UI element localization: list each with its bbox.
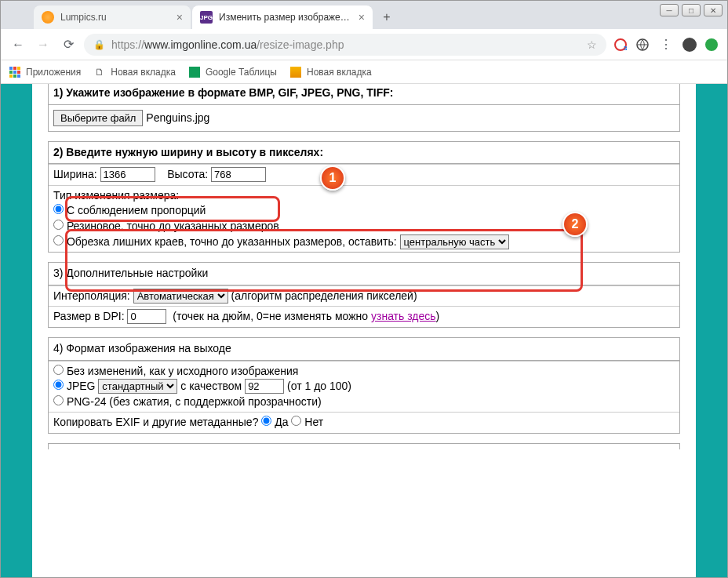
interpolation-label: Интерполяция: bbox=[53, 289, 130, 302]
resize-stretch-radio[interactable] bbox=[53, 220, 64, 230]
radio-label: Нет bbox=[304, 416, 323, 428]
dpi-note-close: ) bbox=[436, 310, 440, 322]
page-icon bbox=[289, 66, 302, 78]
step1-title: 1) Укажите изображение в формате BMP, GI… bbox=[49, 84, 679, 105]
radio-label: Обрезка лишних краев, точно до указанных… bbox=[67, 235, 397, 248]
exif-yes-radio[interactable] bbox=[261, 416, 271, 426]
close-tab-icon[interactable]: × bbox=[177, 11, 183, 24]
back-button[interactable]: ← bbox=[9, 35, 27, 54]
svg-rect-3 bbox=[9, 67, 13, 70]
close-window-button[interactable]: ✕ bbox=[704, 4, 723, 16]
quality-label: с качеством bbox=[177, 380, 245, 392]
format-nochange-radio[interactable] bbox=[53, 365, 64, 375]
svg-rect-4 bbox=[13, 67, 16, 70]
bookmark-label: Приложения bbox=[26, 67, 81, 78]
lumpics-favicon bbox=[42, 11, 54, 24]
height-label: Высота: bbox=[167, 168, 208, 180]
radio-label: PNG-24 (без сжатия, с поддержкой прозрач… bbox=[67, 395, 322, 408]
step5-section-partial bbox=[48, 443, 680, 449]
resize-crop-radio[interactable] bbox=[53, 235, 64, 245]
height-input[interactable] bbox=[211, 167, 266, 182]
jpeg-type-select[interactable]: стандартный bbox=[98, 379, 177, 394]
dpi-input[interactable] bbox=[127, 309, 166, 324]
jpeg-quality-input[interactable] bbox=[245, 379, 284, 394]
format-png-radio[interactable] bbox=[53, 395, 64, 405]
apps-icon bbox=[9, 66, 21, 78]
dpi-label: Размер в DPI: bbox=[53, 310, 125, 322]
tab-label: Изменить размер изображения bbox=[219, 12, 354, 23]
toolbar: ← → ⟳ 🔒 https://www.imgonline.com.ua/res… bbox=[1, 29, 727, 60]
new-tab-button[interactable]: + bbox=[377, 8, 396, 27]
svg-rect-6 bbox=[9, 71, 13, 74]
maximize-button[interactable]: □ bbox=[682, 4, 701, 16]
dpi-help-link[interactable]: узнать здесь bbox=[371, 310, 436, 322]
exif-row: Копировать EXIF и другие метаданные? Да … bbox=[49, 412, 679, 433]
menu-icon[interactable]: ⋮ bbox=[657, 35, 675, 54]
svg-rect-10 bbox=[13, 75, 16, 78]
output-format-row: Без изменений, как у исходного изображен… bbox=[49, 361, 679, 413]
bookmark-new-tab-2[interactable]: Новая вкладка bbox=[289, 66, 372, 78]
avatar-icon[interactable] bbox=[682, 37, 697, 53]
svg-rect-5 bbox=[17, 67, 20, 70]
tab-label: Lumpics.ru bbox=[60, 12, 172, 23]
exif-no-radio[interactable] bbox=[291, 416, 301, 426]
step2-section: 2) Введите нужную ширину и высоту в пикс… bbox=[48, 141, 680, 253]
forward-button: → bbox=[34, 35, 53, 54]
page-icon: 🗋 bbox=[93, 66, 106, 78]
width-input[interactable] bbox=[100, 167, 155, 182]
dimensions-row: Ширина: Высота: bbox=[49, 164, 679, 185]
apps-bookmark[interactable]: Приложения bbox=[9, 66, 81, 78]
radio-label: С соблюдением пропорций bbox=[67, 204, 206, 216]
svg-rect-11 bbox=[17, 75, 20, 78]
width-label: Ширина: bbox=[53, 168, 97, 180]
choose-file-button[interactable]: Выберите файл bbox=[53, 110, 143, 126]
step4-section: 4) Формат изображения на выходе Без изме… bbox=[48, 337, 680, 434]
step1-section: 1) Укажите изображение в формате BMP, GI… bbox=[48, 84, 680, 132]
interpolation-note: (алгоритм распределения пикселей) bbox=[231, 289, 417, 302]
extension-icon-3[interactable] bbox=[704, 37, 719, 53]
svg-rect-8 bbox=[17, 71, 20, 74]
content-column: 1) Укажите изображение в формате BMP, GI… bbox=[32, 84, 696, 577]
interpolation-select[interactable]: Автоматическая bbox=[133, 289, 228, 304]
url-path: /resize-image.php bbox=[257, 38, 344, 51]
bookmark-google-sheets[interactable]: Google Таблицы bbox=[188, 66, 277, 78]
bookmark-label: Google Таблицы bbox=[206, 67, 277, 78]
step3-section: 3) Дополнительные настройки Интерполяция… bbox=[48, 262, 680, 328]
exif-label: Копировать EXIF и другие метаданные? bbox=[53, 416, 261, 428]
reload-button[interactable]: ⟳ bbox=[59, 35, 78, 54]
chosen-filename: Penguins.jpg bbox=[146, 111, 209, 124]
page-viewport: 1) Укажите изображение в формате BMP, GI… bbox=[1, 84, 727, 577]
crop-position-select[interactable]: центральную часть bbox=[400, 234, 509, 249]
tab-imgonline[interactable]: JPG Изменить размер изображения × bbox=[192, 5, 373, 29]
radio-label: Резиновое, точно до указанных размеров bbox=[67, 220, 279, 232]
tab-strip: Lumpics.ru × JPG Изменить размер изображ… bbox=[1, 1, 727, 29]
format-jpeg-radio[interactable] bbox=[53, 380, 64, 390]
extension-icon-2[interactable] bbox=[635, 37, 650, 53]
svg-text:3: 3 bbox=[624, 45, 628, 52]
svg-rect-9 bbox=[9, 75, 13, 78]
radio-label: Без изменений, как у исходного изображен… bbox=[67, 365, 298, 377]
minimize-button[interactable]: ─ bbox=[660, 4, 679, 16]
radio-label: Да bbox=[275, 416, 291, 428]
step2-title: 2) Введите нужную ширину и высоту в пикс… bbox=[49, 142, 679, 165]
url-scheme: https:// bbox=[111, 38, 144, 51]
bookmark-label: Новая вкладка bbox=[111, 67, 176, 78]
bookmarks-bar: Приложения 🗋 Новая вкладка Google Таблиц… bbox=[1, 60, 727, 84]
sheets-icon bbox=[188, 66, 201, 78]
close-tab-icon[interactable]: × bbox=[359, 11, 365, 24]
lock-icon: 🔒 bbox=[93, 39, 105, 50]
imgonline-favicon: JPG bbox=[200, 11, 213, 24]
bookmark-star-icon[interactable]: ☆ bbox=[587, 38, 597, 51]
dpi-row: Размер в DPI: (точек на дюйм, 0=не измен… bbox=[49, 306, 679, 327]
address-bar[interactable]: 🔒 https://www.imgonline.com.ua/resize-im… bbox=[84, 34, 606, 56]
extension-icon-1[interactable]: 3 bbox=[613, 37, 628, 53]
step1-body: Выберите файл Penguins.jpg bbox=[49, 105, 679, 131]
radio-label: JPEG bbox=[67, 380, 98, 392]
resize-type-label: Тип изменения размера: bbox=[53, 188, 675, 204]
tab-lumpics[interactable]: Lumpics.ru × bbox=[34, 5, 191, 29]
step4-title: 4) Формат изображения на выходе bbox=[49, 338, 679, 361]
resize-proportional-radio[interactable] bbox=[53, 204, 64, 214]
step3-title: 3) Дополнительные настройки bbox=[49, 263, 679, 285]
resize-type-row: Тип изменения размера: С соблюдением про… bbox=[49, 185, 679, 252]
bookmark-new-tab-1[interactable]: 🗋 Новая вкладка bbox=[93, 66, 176, 78]
